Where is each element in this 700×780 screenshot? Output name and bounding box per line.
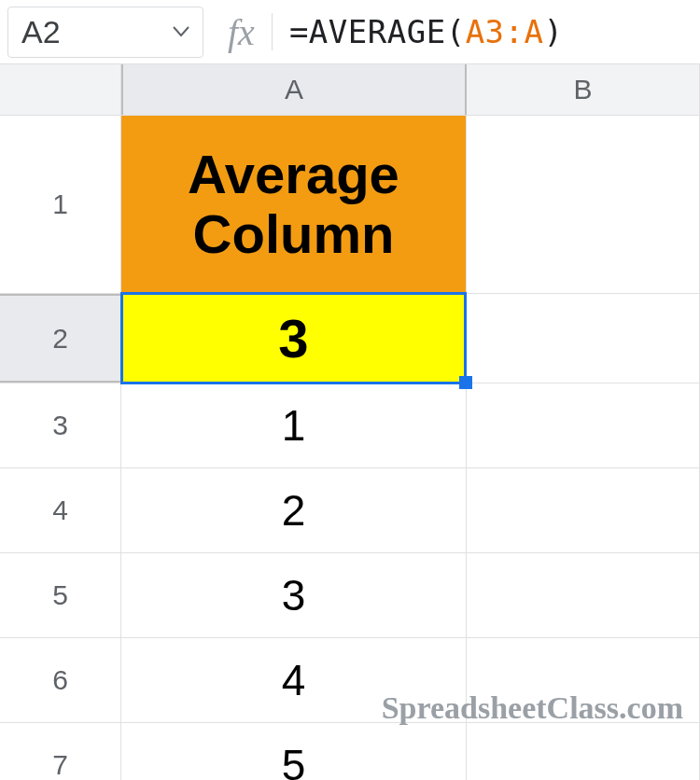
cell-a5-value: 3 <box>282 570 306 620</box>
cell-a4[interactable]: 2 <box>121 468 467 552</box>
formula-text[interactable]: =AVERAGE(A3:A) <box>289 13 564 50</box>
row-header-5[interactable]: 5 <box>0 553 121 637</box>
divider <box>272 13 273 50</box>
cell-a2[interactable]: 3 <box>121 294 467 383</box>
column-header-b[interactable]: B <box>467 64 700 115</box>
cell-b3[interactable] <box>467 383 700 467</box>
cell-b6[interactable] <box>467 638 700 722</box>
row-header-7[interactable]: 7 <box>0 723 121 780</box>
cell-b7[interactable] <box>467 723 700 780</box>
formula-bar[interactable]: fx =AVERAGE(A3:A) <box>211 7 564 58</box>
spreadsheet-grid[interactable]: A B 1 AverageColumn 2 3 3 1 4 2 5 3 6 4 <box>0 63 700 780</box>
cell-a4-value: 2 <box>282 485 306 536</box>
row-header-1[interactable]: 1 <box>0 116 121 293</box>
name-box-dropdown[interactable] <box>163 7 189 57</box>
formula-function: =AVERAGE <box>289 13 446 50</box>
row-6: 6 4 <box>0 638 700 723</box>
cell-a6-value: 4 <box>282 655 306 705</box>
row-2: 2 3 <box>0 294 700 383</box>
select-all-corner[interactable] <box>0 64 121 115</box>
chevron-down-icon <box>173 26 189 37</box>
name-box-value: A2 <box>21 14 61 50</box>
cell-b2[interactable] <box>467 294 700 383</box>
name-box[interactable]: A2 <box>7 7 203 58</box>
cell-a3[interactable]: 1 <box>121 383 467 467</box>
cell-a1[interactable]: AverageColumn <box>121 116 467 293</box>
row-4: 4 2 <box>0 468 700 553</box>
cell-a6[interactable]: 4 <box>121 638 467 722</box>
cell-a3-value: 1 <box>282 400 306 451</box>
cell-a5[interactable]: 3 <box>121 553 467 637</box>
cell-b5[interactable] <box>467 553 700 637</box>
formula-range: A3:A <box>466 13 544 50</box>
row-header-3[interactable]: 3 <box>0 383 121 467</box>
row-7: 7 5 <box>0 723 700 780</box>
selection-handle[interactable] <box>459 376 472 389</box>
row-3: 3 1 <box>0 383 700 468</box>
column-header-a[interactable]: A <box>121 64 467 115</box>
row-header-4[interactable]: 4 <box>0 468 121 552</box>
row-header-6[interactable]: 6 <box>0 638 121 722</box>
cell-b1[interactable] <box>467 116 700 293</box>
formula-bar-row: A2 fx =AVERAGE(A3:A) <box>0 0 700 63</box>
fx-icon: fx <box>228 10 255 54</box>
row-5: 5 3 <box>0 553 700 638</box>
cell-a1-value: AverageColumn <box>188 145 399 264</box>
row-1: 1 AverageColumn <box>0 116 700 294</box>
cell-a7[interactable]: 5 <box>121 723 467 780</box>
cell-a2-value: 3 <box>278 307 308 369</box>
row-header-2[interactable]: 2 <box>0 294 121 383</box>
cell-b4[interactable] <box>467 468 700 552</box>
column-header-row: A B <box>0 63 700 116</box>
cell-a7-value: 5 <box>282 740 306 780</box>
